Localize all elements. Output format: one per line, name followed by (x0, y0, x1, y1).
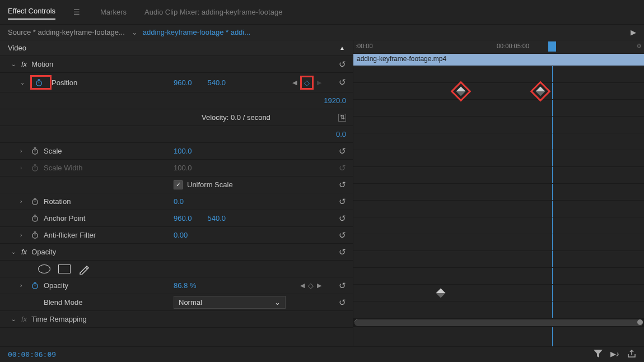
expand-graph-icon[interactable]: ⇅ (338, 114, 346, 122)
opacity-effect-row[interactable]: ⌄ fx Opacity ↺ (0, 244, 353, 261)
anchor-x-value[interactable]: 960.0 (174, 214, 192, 222)
position-y-value[interactable]: 540.0 (208, 78, 226, 87)
stopwatch-icon[interactable] (30, 197, 39, 206)
scale-value[interactable]: 100.0 (174, 147, 192, 155)
position-x-value[interactable]: 960.0 (174, 78, 192, 87)
panel-menu-icon[interactable]: ☰ (73, 8, 82, 17)
ruler-tick-end: 0 (637, 43, 641, 49)
stopwatch-icon[interactable] (30, 231, 39, 240)
twirl-down-icon[interactable]: ⌄ (11, 249, 19, 255)
position-max-value: 1920.0 (324, 96, 346, 105)
highlight-add-keyframe: ◇ (300, 76, 314, 90)
twirl-down-icon[interactable]: ⌄ (11, 61, 19, 67)
reset-icon[interactable]: ↺ (339, 197, 346, 207)
next-keyframe-icon[interactable]: ▶ (317, 282, 321, 289)
keyframe-icon[interactable] (536, 86, 545, 96)
track-position[interactable] (353, 83, 644, 100)
position-max-row: 1920.0 (0, 92, 353, 109)
time-remapping-label: Time Remapping (31, 315, 87, 323)
blend-mode-value: Normal (179, 298, 202, 307)
stopwatch-icon (30, 164, 39, 173)
ellipse-mask-icon[interactable] (38, 264, 50, 273)
timeline-scrollbar[interactable] (353, 318, 644, 327)
rectangle-mask-icon[interactable] (58, 264, 71, 273)
reset-icon[interactable]: ↺ (339, 146, 346, 156)
reset-icon[interactable]: ↺ (339, 281, 346, 291)
fx-badge[interactable]: fx (21, 60, 27, 68)
rotation-value[interactable]: 0.0 (174, 197, 184, 206)
scroll-thumb[interactable] (354, 319, 643, 326)
filter-icon[interactable] (594, 350, 603, 359)
highlight-stopwatch (30, 75, 52, 90)
timeline-body[interactable] (353, 66, 644, 346)
scale-width-label: Scale Width (44, 164, 82, 172)
fx-badge[interactable]: fx (21, 315, 27, 323)
clip-bar[interactable]: adding-keyframe-footage.mp4 (353, 54, 644, 66)
reset-icon: ↺ (339, 163, 346, 173)
prev-keyframe-icon[interactable]: ◀ (300, 282, 305, 289)
keyframe-icon[interactable] (436, 288, 446, 298)
twirl-right-icon[interactable]: › (20, 148, 28, 154)
twirl-right-icon[interactable]: › (20, 232, 28, 238)
opacity-row: › Opacity 86.8 % ◀ ◇ ▶ ↺ (0, 277, 353, 294)
play-audio-icon[interactable]: ▶♪ (610, 350, 620, 359)
track-uniform (353, 184, 644, 201)
reset-icon[interactable]: ↺ (339, 247, 346, 257)
anchor-y-value[interactable]: 540.0 (208, 214, 226, 222)
stopwatch-icon[interactable] (34, 78, 43, 87)
twirl-right-icon[interactable]: › (20, 282, 28, 289)
track-scale (353, 150, 644, 167)
position-label: Position (52, 78, 77, 87)
track-opacity[interactable] (353, 285, 644, 301)
twirl-down-icon[interactable]: ⌄ (20, 80, 28, 86)
uniform-scale-row: ✓ Uniform Scale ↺ (0, 177, 353, 193)
export-icon[interactable] (627, 350, 636, 359)
playhead-icon[interactable] (548, 41, 556, 52)
stopwatch-icon[interactable] (30, 281, 39, 290)
reset-icon[interactable]: ↺ (339, 180, 346, 190)
position-velocity-row: Velocity: 0.0 / second ⇅ (0, 109, 353, 126)
tab-audio-clip-mixer[interactable]: Audio Clip Mixer: adding-keyframe-footag… (144, 6, 282, 18)
scale-width-value: 100.0 (174, 164, 192, 172)
add-keyframe-icon[interactable]: ◇ (304, 78, 310, 87)
tab-markers[interactable]: Markers (100, 6, 127, 18)
stopwatch-icon[interactable] (30, 147, 39, 156)
tab-effect-controls[interactable]: Effect Controls (8, 4, 55, 20)
sequence-clip-name[interactable]: adding-keyframe-footage * addi... (143, 28, 250, 36)
prev-keyframe-icon[interactable]: ◀ (292, 79, 297, 86)
uniform-scale-checkbox[interactable]: ✓ (174, 180, 183, 189)
stopwatch-icon[interactable] (30, 214, 39, 223)
next-keyframe-icon[interactable]: ▶ (317, 79, 321, 86)
twirl-down-icon[interactable]: ⌄ (11, 316, 19, 322)
opacity-value[interactable]: 86.8 % (174, 281, 197, 290)
antiflicker-label: Anti-flicker Filter (44, 231, 96, 239)
track-rotation (353, 201, 644, 217)
timeline-ruler[interactable]: :00:00 00:00:05:00 0 (353, 40, 644, 54)
time-remapping-row[interactable]: ⌄ fx Time Remapping (0, 311, 353, 328)
reset-icon[interactable]: ↺ (339, 59, 346, 69)
add-keyframe-icon[interactable]: ◇ (308, 281, 314, 290)
velocity-label: Velocity: 0.0 / second (202, 113, 270, 122)
reset-icon[interactable]: ↺ (339, 214, 346, 224)
track-blend (353, 301, 644, 318)
antiflicker-value[interactable]: 0.00 (174, 231, 188, 239)
motion-effect-row[interactable]: ⌄ fx Motion ↺ (0, 56, 353, 73)
play-icon[interactable]: ▶ (631, 28, 636, 36)
fx-badge[interactable]: fx (21, 248, 27, 256)
pen-mask-icon[interactable] (78, 264, 91, 273)
scale-label: Scale (44, 147, 62, 155)
rotation-label: Rotation (44, 197, 71, 206)
blend-mode-label: Blend Mode (44, 298, 82, 307)
keyframe-icon[interactable] (456, 86, 466, 96)
twirl-right-icon[interactable]: › (20, 198, 28, 205)
opacity-effect-label: Opacity (31, 248, 56, 256)
scroll-handle-right[interactable] (637, 319, 643, 325)
track-masks (353, 268, 644, 285)
reset-icon[interactable]: ↺ (339, 77, 346, 87)
blend-mode-dropdown[interactable]: Normal ⌄ (174, 296, 286, 309)
chevron-down-icon[interactable]: ⌄ (132, 28, 136, 36)
scroll-up-icon[interactable]: ▲ (339, 45, 345, 51)
reset-icon[interactable]: ↺ (339, 298, 346, 308)
current-timecode[interactable]: 00:00:06:09 (8, 350, 56, 359)
reset-icon[interactable]: ↺ (339, 230, 346, 240)
